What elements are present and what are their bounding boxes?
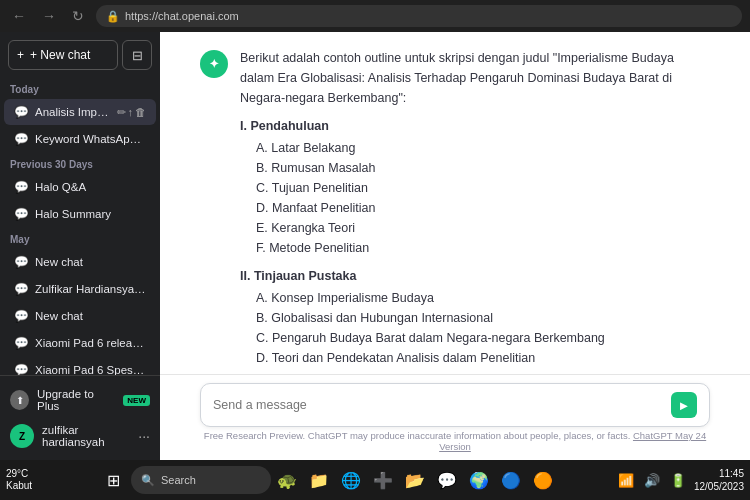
plus-icon: + [17, 48, 24, 62]
url-text: https://chat.openai.com [125, 10, 239, 22]
chat-icon-6: 💬 [14, 282, 29, 296]
network-icon[interactable]: 📶 [616, 471, 636, 490]
taskbar-right: 📶 🔊 🔋 11:45 12/05/2023 [616, 467, 744, 493]
sidebar-bottom: ⬆ Upgrade to Plus NEW Z zulfikar hardian… [0, 375, 160, 460]
sidebar-top: + + New chat ⊟ [0, 32, 160, 78]
taskbar-app-globe[interactable]: 🌍 [463, 464, 495, 496]
sidebar-item-keyword[interactable]: 💬 Keyword WhatsApp Web Erro [4, 126, 156, 152]
back-button[interactable]: ← [8, 6, 30, 26]
message-input[interactable] [213, 398, 671, 412]
sidebar-item-xiaomi6release[interactable]: 💬 Xiaomi Pad 6 release. [4, 330, 156, 356]
section-1-item-3: C. Tujuan Penelitian [240, 178, 710, 198]
sidebar-list: Today 💬 Analisis Imperialisme ✏ ↑ 🗑 💬 Ke… [0, 78, 160, 375]
weather-condition: Kabut [6, 480, 32, 492]
edit-icon[interactable]: ✏ [117, 106, 126, 119]
clock-display[interactable]: 11:45 12/05/2023 [694, 467, 744, 493]
intro-text: Berikut adalah contoh outline untuk skri… [240, 48, 710, 108]
section-1-item-5: E. Kerangka Teori [240, 218, 710, 238]
main-area: + + New chat ⊟ Today 💬 Analisis Imperial… [0, 32, 750, 460]
username-label: zulfikar hardiansyah [42, 424, 130, 448]
browser-topbar: ← → ↻ 🔒 https://chat.openai.com [0, 0, 750, 32]
sidebar-item-label-3: Halo Q&A [35, 181, 146, 193]
sidebar-item-label-2: Keyword WhatsApp Web Erro [35, 133, 146, 145]
section-2-item-2: B. Globalisasi dan Hubungan Internasiona… [240, 308, 710, 328]
sidebar-item-halosummary[interactable]: 💬 Halo Summary [4, 201, 156, 227]
chat-icon-2: 💬 [14, 132, 29, 146]
sidebar-item-zulfikar[interactable]: 💬 Zulfikar Hardiansyah Profile. [4, 276, 156, 302]
chat-icon-3: 💬 [14, 180, 29, 194]
search-magnifier-icon: 🔍 [141, 474, 155, 487]
send-icon: ► [678, 398, 691, 413]
section-1-title: I. Pendahuluan [240, 116, 710, 136]
section-2: II. Tinjauan Pustaka A. Konsep Imperiali… [240, 266, 710, 368]
upgrade-label: Upgrade to Plus [37, 388, 115, 412]
share-icon[interactable]: ↑ [128, 106, 134, 119]
reload-button[interactable]: ↻ [68, 6, 88, 26]
sidebar-item-label-4: Halo Summary [35, 208, 146, 220]
taskbar-app-chat[interactable]: 💬 [431, 464, 463, 496]
input-area: ► Free Research Preview. ChatGPT may pro… [160, 374, 750, 460]
upgrade-icon: ⬆ [10, 390, 29, 410]
taskbar-search[interactable]: 🔍 Search [131, 466, 271, 494]
sidebar-item-label-5: New chat [35, 256, 146, 268]
section-1-item-2: B. Rumusan Masalah [240, 158, 710, 178]
columns-icon: ⊟ [132, 48, 143, 63]
new-chat-button[interactable]: + + New chat [8, 40, 118, 70]
taskbar-app-browser[interactable]: 🌐 [335, 464, 367, 496]
sidebar-item-label-7: New chat [35, 310, 146, 322]
message-content: Berikut adalah contoh outline untuk skri… [240, 48, 710, 374]
clock-time: 11:45 [694, 467, 744, 480]
weather-temp: 29°C [6, 468, 32, 480]
section-1: I. Pendahuluan A. Latar Belakang B. Rumu… [240, 116, 710, 258]
sidebar-item-xiaomi6spec[interactable]: 💬 Xiaomi Pad 6 Spesifikasi. [4, 357, 156, 375]
section-1-item-1: A. Latar Belakang [240, 138, 710, 158]
user-item[interactable]: Z zulfikar hardiansyah ··· [0, 418, 160, 454]
section-2-item-1: A. Konsep Imperialisme Budaya [240, 288, 710, 308]
chat-icon-4: 💬 [14, 207, 29, 221]
section-1-item-6: F. Metode Penelitian [240, 238, 710, 258]
url-bar[interactable]: 🔒 https://chat.openai.com [96, 5, 742, 27]
volume-icon[interactable]: 🔊 [642, 471, 662, 490]
sidebar-item-analisis[interactable]: 💬 Analisis Imperialisme ✏ ↑ 🗑 [4, 99, 156, 125]
sidebar-item-label-6: Zulfikar Hardiansyah Profile. [35, 283, 146, 295]
taskbar-center: ⊞ 🔍 Search 🐢 📁 🌐 ➕ 📂 💬 🌍 🔵 🟠 [42, 462, 612, 498]
delete-icon[interactable]: 🗑 [135, 106, 146, 119]
battery-icon[interactable]: 🔋 [668, 471, 688, 490]
upgrade-item[interactable]: ⬆ Upgrade to Plus NEW [0, 382, 160, 418]
start-button[interactable]: ⊞ [95, 462, 131, 498]
taskbar-app-files[interactable]: 📂 [399, 464, 431, 496]
taskbar-app-plus[interactable]: ➕ [367, 464, 399, 496]
chat-area: ✦ Berikut adalah contoh outline untuk sk… [160, 32, 750, 460]
section-2-title: II. Tinjauan Pustaka [240, 266, 710, 286]
previous-label: Previous 30 Days [0, 153, 160, 173]
sidebar: + + New chat ⊟ Today 💬 Analisis Imperial… [0, 32, 160, 460]
item-actions: ✏ ↑ 🗑 [117, 106, 147, 119]
may-label: May [0, 228, 160, 248]
sidebar-item-newchat2[interactable]: 💬 New chat [4, 303, 156, 329]
sidebar-item-newchat1[interactable]: 💬 New chat [4, 249, 156, 275]
send-button[interactable]: ► [671, 392, 697, 418]
section-2-item-3: C. Pengaruh Budaya Barat dalam Negara-ne… [240, 328, 710, 348]
taskbar-app-circle[interactable]: 🔵 [495, 464, 527, 496]
taskbar-app-orange[interactable]: 🟠 [527, 464, 559, 496]
disclaimer-text: Free Research Preview. ChatGPT may produ… [200, 427, 710, 456]
section-2-item-4: D. Teori dan Pendekatan Analisis dalam P… [240, 348, 710, 368]
more-options-icon[interactable]: ··· [138, 428, 150, 444]
chat-messages: ✦ Berikut adalah contoh outline untuk sk… [160, 32, 750, 374]
chat-icon: 💬 [14, 105, 29, 119]
sidebar-item-haloqa[interactable]: 💬 Halo Q&A [4, 174, 156, 200]
section-1-item-4: D. Manfaat Penelitian [240, 198, 710, 218]
gpt-avatar: ✦ [200, 50, 228, 78]
taskbar-app-folder[interactable]: 📁 [303, 464, 335, 496]
chat-icon-5: 💬 [14, 255, 29, 269]
search-label: Search [161, 474, 196, 486]
chat-icon-7: 💬 [14, 309, 29, 323]
forward-button[interactable]: → [38, 6, 60, 26]
gpt-message: ✦ Berikut adalah contoh outline untuk sk… [200, 48, 710, 374]
sidebar-item-label-9: Xiaomi Pad 6 Spesifikasi. [35, 364, 146, 375]
taskbar-app-turtle[interactable]: 🐢 [271, 464, 303, 496]
weather-display: 29°C Kabut [6, 468, 32, 492]
sidebar-item-label-8: Xiaomi Pad 6 release. [35, 337, 146, 349]
sidebar-toggle-button[interactable]: ⊟ [122, 40, 152, 70]
chat-icon-9: 💬 [14, 363, 29, 375]
